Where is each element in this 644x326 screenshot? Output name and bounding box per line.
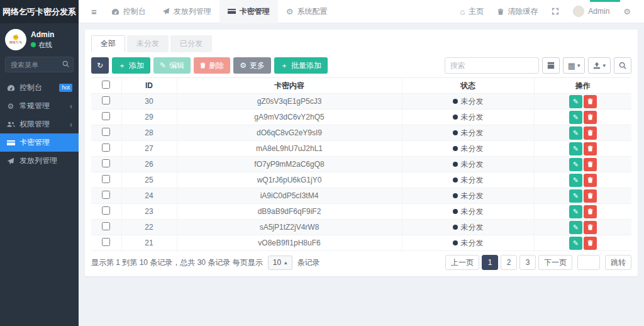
cell-action: ✎ bbox=[534, 94, 631, 110]
row-checkbox[interactable] bbox=[102, 175, 110, 183]
page-button-1[interactable]: 1 bbox=[482, 255, 498, 270]
cell-id: 25 bbox=[121, 172, 177, 188]
row-edit-button[interactable]: ✎ bbox=[569, 158, 582, 171]
delete-button[interactable]: 删除 bbox=[194, 57, 230, 74]
cell-status: 未分发 bbox=[402, 110, 534, 125]
row-checkbox[interactable] bbox=[102, 206, 110, 215]
row-delete-button[interactable] bbox=[584, 189, 597, 203]
page-size-select[interactable]: 10 ▴ bbox=[268, 256, 292, 270]
app-title: 网络乞丐卡密分发系 bbox=[0, 0, 79, 23]
row-delete-button[interactable] bbox=[584, 158, 597, 171]
status-dot-icon bbox=[453, 209, 458, 214]
row-edit-button[interactable]: ✎ bbox=[569, 111, 582, 124]
jump-button[interactable]: 跳转 bbox=[605, 255, 631, 270]
row-checkbox[interactable] bbox=[102, 128, 110, 136]
edit-button[interactable]: ✎ 编辑 bbox=[153, 57, 191, 74]
next-page-button[interactable]: 下一页 bbox=[538, 255, 572, 270]
cell-id: 30 bbox=[121, 94, 177, 110]
top-navbar: ≡ 控制台 发放列管理 卡密管理 ⚙ 系统配置 ⌂ 主页 清除缓存 bbox=[79, 0, 644, 23]
trash-icon bbox=[200, 62, 206, 69]
cell-content: iA9iC0dP5cI3tM4 bbox=[177, 188, 402, 204]
trash-icon bbox=[587, 177, 593, 183]
home-button[interactable]: ⌂ 主页 bbox=[453, 0, 491, 23]
row-checkbox[interactable] bbox=[102, 112, 110, 120]
nav-item-label: 卡密管理 bbox=[240, 6, 270, 17]
toolbar-right: ▦ ▾ ▾ bbox=[445, 57, 631, 74]
sidebar-item-dashboard[interactable]: 控制台 hot bbox=[0, 79, 79, 97]
row-checkbox[interactable] bbox=[102, 143, 110, 152]
row-edit-button[interactable]: ✎ bbox=[569, 142, 582, 155]
hamburger-icon[interactable]: ≡ bbox=[85, 6, 103, 17]
status-label: 未分发 bbox=[461, 191, 484, 201]
tab-distributed[interactable]: 已分发 bbox=[170, 35, 212, 52]
status-dot-icon bbox=[453, 193, 458, 198]
sidebar-item-label: 权限管理 bbox=[19, 119, 50, 130]
cell-id: 28 bbox=[121, 125, 177, 141]
table-row: 27mA8eL9hU7uJ2hL1未分发✎ bbox=[91, 141, 631, 157]
table-search-input[interactable] bbox=[445, 57, 539, 74]
user-menu[interactable]: Admin bbox=[566, 0, 616, 23]
sidebar-item-general[interactable]: ⚙ 常规管理 ‹ bbox=[0, 97, 79, 115]
select-all-checkbox[interactable] bbox=[102, 81, 110, 89]
row-delete-button[interactable] bbox=[584, 221, 597, 234]
row-checkbox[interactable] bbox=[102, 191, 110, 199]
cell-status: 未分发 bbox=[402, 125, 534, 141]
avatar[interactable]: ✊ 网络乞丐 bbox=[5, 29, 26, 50]
status-label: 未分发 bbox=[461, 222, 484, 233]
page-button-2[interactable]: 2 bbox=[501, 255, 517, 270]
row-checkbox[interactable] bbox=[102, 96, 110, 104]
row-edit-button[interactable]: ✎ bbox=[569, 189, 582, 203]
nav-item-dashboard[interactable]: 控制台 bbox=[103, 0, 154, 23]
row-edit-button[interactable]: ✎ bbox=[569, 174, 582, 187]
tab-undistributed[interactable]: 未分发 bbox=[127, 35, 169, 52]
export-button[interactable]: ▾ bbox=[588, 57, 611, 74]
toggle-view-button[interactable] bbox=[542, 57, 560, 74]
row-delete-button[interactable] bbox=[584, 205, 597, 218]
clear-cache-button[interactable]: 清除缓存 bbox=[491, 0, 545, 23]
row-delete-button[interactable] bbox=[584, 174, 597, 187]
row-edit-button[interactable]: ✎ bbox=[569, 126, 582, 140]
batch-add-button[interactable]: ＋ 批量添加 bbox=[274, 57, 328, 74]
sidebar-item-cardkeys[interactable]: 卡密管理 bbox=[0, 133, 79, 152]
fullscreen-button[interactable] bbox=[545, 0, 566, 23]
refresh-button[interactable]: ↻ bbox=[91, 57, 109, 74]
row-edit-button[interactable]: ✎ bbox=[569, 205, 582, 218]
dashboard-icon bbox=[6, 84, 15, 91]
sidebar-item-permissions[interactable]: 权限管理 ‹ bbox=[0, 115, 79, 133]
avatar-logo-icon: ✊ bbox=[13, 35, 19, 40]
prev-page-button[interactable]: 上一页 bbox=[445, 255, 479, 270]
search-button[interactable] bbox=[614, 57, 631, 74]
row-checkbox[interactable] bbox=[102, 238, 110, 246]
row-checkbox[interactable] bbox=[102, 159, 110, 167]
page-button-3[interactable]: 3 bbox=[519, 255, 536, 270]
header-id: ID bbox=[121, 78, 177, 94]
add-button[interactable]: ＋ 添加 bbox=[112, 57, 150, 74]
row-edit-button[interactable]: ✎ bbox=[569, 237, 582, 250]
status-dot-icon bbox=[453, 162, 458, 167]
row-delete-button[interactable] bbox=[584, 237, 597, 250]
columns-button[interactable]: ▦ ▾ bbox=[563, 57, 586, 74]
caret-down-icon: ▾ bbox=[577, 62, 580, 69]
row-edit-button[interactable]: ✎ bbox=[569, 221, 582, 234]
trash-icon bbox=[587, 193, 593, 199]
cell-content: vO8eB9fI1pH8uF6 bbox=[177, 235, 402, 251]
row-delete-button[interactable] bbox=[584, 126, 597, 140]
row-delete-button[interactable] bbox=[584, 95, 597, 108]
sidebar-item-distribution[interactable]: 发放列管理 bbox=[0, 152, 79, 170]
settings-button[interactable]: ⚙ bbox=[616, 0, 638, 23]
more-button[interactable]: ⚙ 更多 bbox=[233, 57, 271, 74]
status-dot-icon bbox=[453, 146, 458, 151]
row-delete-button[interactable] bbox=[584, 142, 597, 155]
nav-item-cardkeys[interactable]: 卡密管理 bbox=[219, 0, 278, 23]
cell-status: 未分发 bbox=[402, 141, 534, 157]
nav-item-distribution[interactable]: 发放列管理 bbox=[154, 0, 219, 23]
row-delete-button[interactable] bbox=[584, 111, 597, 124]
row-checkbox[interactable] bbox=[102, 222, 110, 230]
trash-icon bbox=[587, 240, 593, 246]
cell-id: 23 bbox=[121, 204, 177, 220]
nav-item-system-config[interactable]: ⚙ 系统配置 bbox=[278, 0, 336, 23]
trash-icon bbox=[587, 130, 593, 136]
jump-page-input[interactable] bbox=[577, 255, 600, 270]
tab-all[interactable]: 全部 bbox=[91, 35, 125, 52]
row-edit-button[interactable]: ✎ bbox=[569, 95, 582, 108]
